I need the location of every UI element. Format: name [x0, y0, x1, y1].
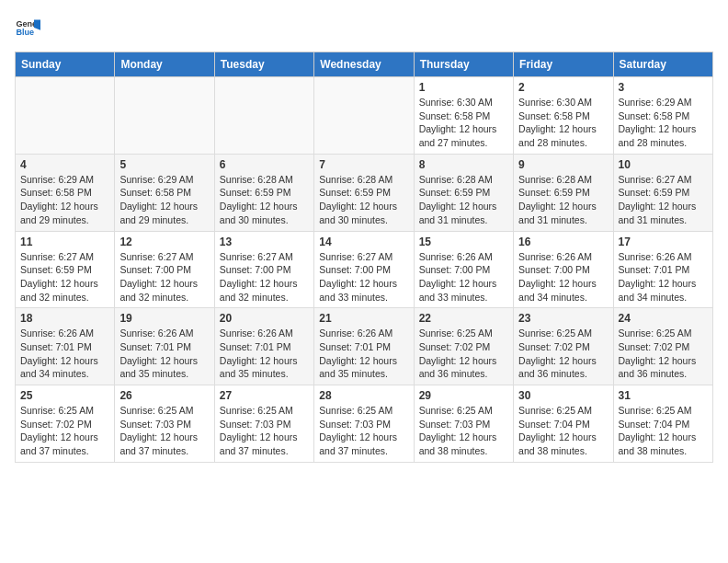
week-row-5: 25Sunrise: 6:25 AM Sunset: 7:02 PM Dayli… — [16, 385, 713, 463]
day-cell: 29Sunrise: 6:25 AM Sunset: 7:03 PM Dayli… — [414, 385, 513, 463]
day-number: 4 — [20, 158, 109, 171]
day-info: Sunrise: 6:27 AM Sunset: 6:59 PM Dayligh… — [20, 250, 109, 304]
day-info: Sunrise: 6:29 AM Sunset: 6:58 PM Dayligh… — [619, 96, 708, 150]
day-cell: 16Sunrise: 6:26 AM Sunset: 7:00 PM Dayli… — [514, 231, 613, 308]
day-cell: 31Sunrise: 6:25 AM Sunset: 7:04 PM Dayli… — [613, 385, 712, 463]
day-cell: 15Sunrise: 6:26 AM Sunset: 7:00 PM Dayli… — [414, 231, 513, 308]
day-cell: 8Sunrise: 6:28 AM Sunset: 6:59 PM Daylig… — [414, 154, 513, 231]
day-info: Sunrise: 6:30 AM Sunset: 6:58 PM Dayligh… — [518, 96, 608, 150]
day-number: 8 — [419, 158, 508, 171]
day-info: Sunrise: 6:25 AM Sunset: 7:03 PM Dayligh… — [419, 404, 508, 458]
day-info: Sunrise: 6:25 AM Sunset: 7:03 PM Dayligh… — [319, 404, 408, 458]
day-number: 9 — [518, 158, 608, 171]
day-cell: 3Sunrise: 6:29 AM Sunset: 6:58 PM Daylig… — [613, 77, 712, 155]
day-info: Sunrise: 6:25 AM Sunset: 7:02 PM Dayligh… — [619, 327, 708, 381]
day-info: Sunrise: 6:28 AM Sunset: 6:59 PM Dayligh… — [419, 173, 508, 227]
day-info: Sunrise: 6:29 AM Sunset: 6:58 PM Dayligh… — [119, 173, 209, 227]
day-info: Sunrise: 6:27 AM Sunset: 7:00 PM Dayligh… — [220, 250, 309, 304]
day-cell: 9Sunrise: 6:28 AM Sunset: 6:59 PM Daylig… — [514, 154, 613, 231]
day-cell: 23Sunrise: 6:25 AM Sunset: 7:02 PM Dayli… — [514, 308, 613, 385]
day-number: 25 — [20, 389, 109, 402]
day-number: 2 — [518, 81, 608, 94]
day-cell: 5Sunrise: 6:29 AM Sunset: 6:58 PM Daylig… — [115, 154, 214, 231]
day-number: 14 — [319, 236, 408, 248]
day-number: 20 — [220, 312, 309, 325]
day-info: Sunrise: 6:25 AM Sunset: 7:04 PM Dayligh… — [518, 404, 608, 458]
day-number: 26 — [119, 389, 209, 402]
day-number: 21 — [319, 312, 408, 325]
day-info: Sunrise: 6:25 AM Sunset: 7:02 PM Dayligh… — [20, 404, 109, 458]
day-number: 12 — [119, 236, 209, 248]
day-number: 29 — [419, 389, 508, 402]
day-number: 6 — [220, 158, 309, 171]
day-cell: 12Sunrise: 6:27 AM Sunset: 7:00 PM Dayli… — [115, 231, 214, 308]
day-info: Sunrise: 6:26 AM Sunset: 7:01 PM Dayligh… — [20, 327, 109, 381]
day-number: 10 — [619, 158, 708, 171]
day-info: Sunrise: 6:26 AM Sunset: 7:01 PM Dayligh… — [319, 327, 408, 381]
day-number: 16 — [518, 236, 608, 248]
day-number: 24 — [619, 312, 708, 325]
day-info: Sunrise: 6:25 AM Sunset: 7:03 PM Dayligh… — [220, 404, 309, 458]
day-cell: 10Sunrise: 6:27 AM Sunset: 6:59 PM Dayli… — [613, 154, 712, 231]
day-cell: 28Sunrise: 6:25 AM Sunset: 7:03 PM Dayli… — [314, 385, 414, 463]
day-number: 1 — [419, 81, 508, 94]
day-cell: 21Sunrise: 6:26 AM Sunset: 7:01 PM Dayli… — [314, 308, 414, 385]
day-info: Sunrise: 6:26 AM Sunset: 7:01 PM Dayligh… — [619, 250, 708, 304]
day-cell: 26Sunrise: 6:25 AM Sunset: 7:03 PM Dayli… — [115, 385, 214, 463]
day-number: 31 — [619, 389, 708, 402]
day-cell — [16, 77, 115, 155]
day-info: Sunrise: 6:28 AM Sunset: 6:59 PM Dayligh… — [518, 173, 608, 227]
day-cell: 6Sunrise: 6:28 AM Sunset: 6:59 PM Daylig… — [214, 154, 313, 231]
day-info: Sunrise: 6:30 AM Sunset: 6:58 PM Dayligh… — [419, 96, 508, 150]
week-row-3: 11Sunrise: 6:27 AM Sunset: 6:59 PM Dayli… — [16, 231, 713, 308]
day-cell: 19Sunrise: 6:26 AM Sunset: 7:01 PM Dayli… — [115, 308, 214, 385]
day-number: 5 — [119, 158, 209, 171]
day-number: 22 — [419, 312, 508, 325]
day-number: 19 — [119, 312, 209, 325]
svg-marker-2 — [34, 20, 40, 30]
weekday-header-row: SundayMondayTuesdayWednesdayThursdayFrid… — [16, 52, 713, 77]
day-info: Sunrise: 6:25 AM Sunset: 7:04 PM Dayligh… — [619, 404, 708, 458]
day-info: Sunrise: 6:27 AM Sunset: 7:00 PM Dayligh… — [119, 250, 209, 304]
day-cell: 18Sunrise: 6:26 AM Sunset: 7:01 PM Dayli… — [16, 308, 115, 385]
page-header: General Blue — [15, 15, 713, 40]
day-number: 3 — [619, 81, 708, 94]
day-cell: 22Sunrise: 6:25 AM Sunset: 7:02 PM Dayli… — [414, 308, 513, 385]
day-info: Sunrise: 6:27 AM Sunset: 6:59 PM Dayligh… — [619, 173, 708, 227]
day-number: 15 — [419, 236, 508, 248]
day-cell: 7Sunrise: 6:28 AM Sunset: 6:59 PM Daylig… — [314, 154, 414, 231]
week-row-4: 18Sunrise: 6:26 AM Sunset: 7:01 PM Dayli… — [16, 308, 713, 385]
day-number: 23 — [518, 312, 608, 325]
weekday-header-sunday: Sunday — [16, 52, 115, 77]
day-info: Sunrise: 6:29 AM Sunset: 6:58 PM Dayligh… — [20, 173, 109, 227]
day-cell — [314, 77, 414, 155]
weekday-header-monday: Monday — [115, 52, 214, 77]
logo: General Blue — [15, 15, 44, 40]
day-cell: 27Sunrise: 6:25 AM Sunset: 7:03 PM Dayli… — [214, 385, 313, 463]
day-cell: 13Sunrise: 6:27 AM Sunset: 7:00 PM Dayli… — [214, 231, 313, 308]
weekday-header-thursday: Thursday — [414, 52, 513, 77]
logo-icon: General Blue — [15, 15, 40, 40]
day-cell: 4Sunrise: 6:29 AM Sunset: 6:58 PM Daylig… — [16, 154, 115, 231]
weekday-header-saturday: Saturday — [613, 52, 712, 77]
day-cell: 11Sunrise: 6:27 AM Sunset: 6:59 PM Dayli… — [16, 231, 115, 308]
day-cell: 24Sunrise: 6:25 AM Sunset: 7:02 PM Dayli… — [613, 308, 712, 385]
day-info: Sunrise: 6:27 AM Sunset: 7:00 PM Dayligh… — [319, 250, 408, 304]
day-info: Sunrise: 6:28 AM Sunset: 6:59 PM Dayligh… — [319, 173, 408, 227]
svg-text:Blue: Blue — [16, 28, 34, 37]
day-number: 28 — [319, 389, 408, 402]
day-cell: 1Sunrise: 6:30 AM Sunset: 6:58 PM Daylig… — [414, 77, 513, 155]
day-info: Sunrise: 6:26 AM Sunset: 7:00 PM Dayligh… — [518, 250, 608, 304]
day-number: 13 — [220, 236, 309, 248]
day-info: Sunrise: 6:26 AM Sunset: 7:01 PM Dayligh… — [220, 327, 309, 381]
day-info: Sunrise: 6:25 AM Sunset: 7:02 PM Dayligh… — [419, 327, 508, 381]
day-number: 30 — [518, 389, 608, 402]
day-number: 11 — [20, 236, 109, 248]
day-info: Sunrise: 6:25 AM Sunset: 7:02 PM Dayligh… — [518, 327, 608, 381]
day-info: Sunrise: 6:28 AM Sunset: 6:59 PM Dayligh… — [220, 173, 309, 227]
day-number: 7 — [319, 158, 408, 171]
day-cell: 30Sunrise: 6:25 AM Sunset: 7:04 PM Dayli… — [514, 385, 613, 463]
day-cell — [115, 77, 214, 155]
day-info: Sunrise: 6:25 AM Sunset: 7:03 PM Dayligh… — [119, 404, 209, 458]
day-cell: 14Sunrise: 6:27 AM Sunset: 7:00 PM Dayli… — [314, 231, 414, 308]
